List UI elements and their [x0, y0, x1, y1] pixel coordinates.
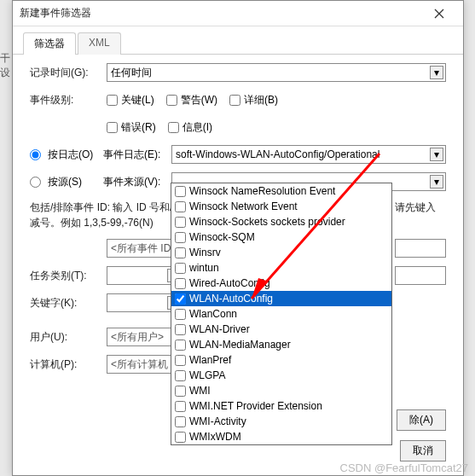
dropdown-item-checkbox[interactable]	[175, 293, 186, 305]
dropdown-item-label: WLGPA	[189, 369, 225, 381]
window-title: 新建事件筛选器	[20, 6, 422, 20]
dropdown-item-checkbox[interactable]	[175, 386, 186, 397]
dropdown-item-label: WlanConn	[189, 308, 237, 320]
right-input-2[interactable]	[395, 266, 446, 285]
dropdown-item-label: Winsock NameResolution Event	[189, 185, 335, 197]
titlebar: 新建事件筛选器	[13, 1, 463, 26]
dropdown-item[interactable]: wintun	[171, 260, 391, 276]
dropdown-item-checkbox[interactable]	[175, 401, 186, 412]
dropdown-item[interactable]: WlanConn	[171, 306, 391, 322]
dropdown-item-checkbox[interactable]	[175, 370, 186, 381]
dropdown-item-label: WLAN-AutoConfig	[189, 293, 273, 305]
checkbox-error[interactable]: 错误(R)	[107, 120, 156, 135]
checkbox-warning[interactable]: 警告(W)	[166, 93, 217, 107]
event-logs-value: soft-Windows-WLAN-AutoConfig/Operational	[176, 148, 379, 160]
event-logs-select[interactable]: soft-Windows-WLAN-AutoConfig/Operational…	[171, 145, 446, 164]
dropdown-item-label: WLAN-MediaManager	[189, 339, 291, 351]
tab-filter[interactable]: 筛选器	[23, 32, 76, 55]
dropdown-item-checkbox[interactable]	[175, 217, 186, 228]
dropdown-item-label: WMI.NET Provider Extension	[189, 400, 322, 412]
dropdown-item[interactable]: WLGPA	[171, 368, 391, 383]
dropdown-item[interactable]: WLAN-Driver	[171, 322, 391, 337]
dropdown-arrow-icon: ▾	[430, 148, 443, 161]
dropdown-item-label: WMI-Activity	[189, 415, 246, 427]
dropdown-item-label: Winsrv	[189, 247, 221, 258]
id-hint-line1: 包括/排除事件 ID: 输入 ID 号和/	[30, 200, 175, 215]
dropdown-item-label: WMIxWDM	[189, 431, 241, 443]
tab-strip: 筛选器 XML	[13, 26, 463, 55]
label-computer: 计算机(P):	[30, 357, 107, 372]
checkbox-verbose[interactable]: 详细(B)	[229, 93, 278, 107]
logged-time-select[interactable]: 任何时间 ▾	[107, 63, 446, 82]
dropdown-item-checkbox[interactable]	[175, 340, 186, 351]
dropdown-item[interactable]: Winsock NameResolution Event	[171, 183, 391, 199]
dropdown-item-checkbox[interactable]	[175, 324, 186, 335]
dropdown-item[interactable]: Winsrv	[171, 245, 391, 260]
close-button[interactable]	[422, 2, 456, 26]
dropdown-item[interactable]: WMIxWDM	[171, 429, 391, 444]
dropdown-item-label: WMI	[189, 385, 211, 397]
label-event-sources: 事件来源(V):	[103, 175, 171, 189]
radio-by-source[interactable]: 按源(S)	[30, 175, 103, 189]
dropdown-item-checkbox[interactable]	[175, 432, 186, 443]
dropdown-item[interactable]: WMI.NET Provider Extension	[171, 398, 391, 414]
cancel-button[interactable]: 取消	[400, 440, 446, 461]
tab-xml[interactable]: XML	[78, 32, 121, 55]
dropdown-item-checkbox[interactable]	[175, 278, 186, 289]
dropdown-item-label: Winsock-Sockets sockets provider	[189, 216, 345, 228]
label-keywords: 关键字(K):	[30, 296, 107, 311]
event-sources-dropdown[interactable]: Winsock NameResolution EventWinsock Netw…	[171, 183, 392, 445]
label-event-level: 事件级别:	[30, 93, 107, 107]
dropdown-item[interactable]: WlanPref	[171, 352, 391, 368]
dropdown-item-label: WlanPref	[189, 354, 231, 366]
dropdown-item-checkbox[interactable]	[175, 309, 186, 320]
dropdown-item-checkbox[interactable]	[175, 232, 186, 243]
dropdown-item[interactable]: Winsock-SQM	[171, 229, 391, 245]
dropdown-item-label: wintun	[189, 262, 219, 274]
right-input-1[interactable]	[395, 239, 446, 258]
dropdown-arrow-icon: ▾	[430, 175, 443, 189]
dropdown-item-label: WLAN-Driver	[189, 323, 250, 335]
right-hint: 请先键入	[395, 200, 446, 215]
dropdown-item-checkbox[interactable]	[175, 247, 186, 258]
dropdown-item-label: Wired-AutoConfig	[189, 277, 270, 289]
dropdown-item[interactable]: WLAN-MediaManager	[171, 337, 391, 352]
dropdown-item[interactable]: WMI-Activity	[171, 414, 391, 429]
label-task: 任务类别(T):	[30, 269, 107, 283]
dropdown-item[interactable]: WMI	[171, 383, 391, 398]
radio-by-log[interactable]: 按日志(O)	[30, 148, 103, 162]
dropdown-item-label: Winsock-SQM	[189, 231, 255, 243]
clear-button[interactable]: 除(A)	[397, 409, 446, 431]
id-hint-line2: 减号。例如 1,3,5-99,-76(N)	[30, 215, 175, 230]
dropdown-item[interactable]: Wired-AutoConfig	[171, 276, 391, 291]
dropdown-item[interactable]: WLAN-AutoConfig	[171, 291, 391, 306]
close-icon	[434, 9, 444, 19]
dropdown-item-label: Winsock Network Event	[189, 200, 298, 212]
checkbox-info[interactable]: 信息(I)	[168, 120, 212, 135]
logged-time-value: 任何时间	[111, 66, 152, 80]
dropdown-item-checkbox[interactable]	[175, 263, 186, 274]
dropdown-item-checkbox[interactable]	[175, 186, 186, 197]
watermark: CSDN @FearfulTomcat27	[340, 461, 468, 474]
dropdown-item[interactable]: Winsock Network Event	[171, 199, 391, 214]
cropped-left-text: 干设	[0, 51, 10, 80]
label-logged-time: 记录时间(G):	[30, 66, 107, 80]
dropdown-arrow-icon: ▾	[430, 66, 443, 79]
dropdown-item-checkbox[interactable]	[175, 355, 186, 366]
dropdown-item[interactable]: Winsock-Sockets sockets provider	[171, 214, 391, 229]
label-event-logs: 事件日志(E):	[103, 148, 171, 162]
label-user: 用户(U):	[30, 330, 107, 345]
dropdown-item-checkbox[interactable]	[175, 201, 186, 212]
dropdown-item-checkbox[interactable]	[175, 416, 186, 427]
checkbox-critical[interactable]: 关键(L)	[107, 93, 154, 107]
